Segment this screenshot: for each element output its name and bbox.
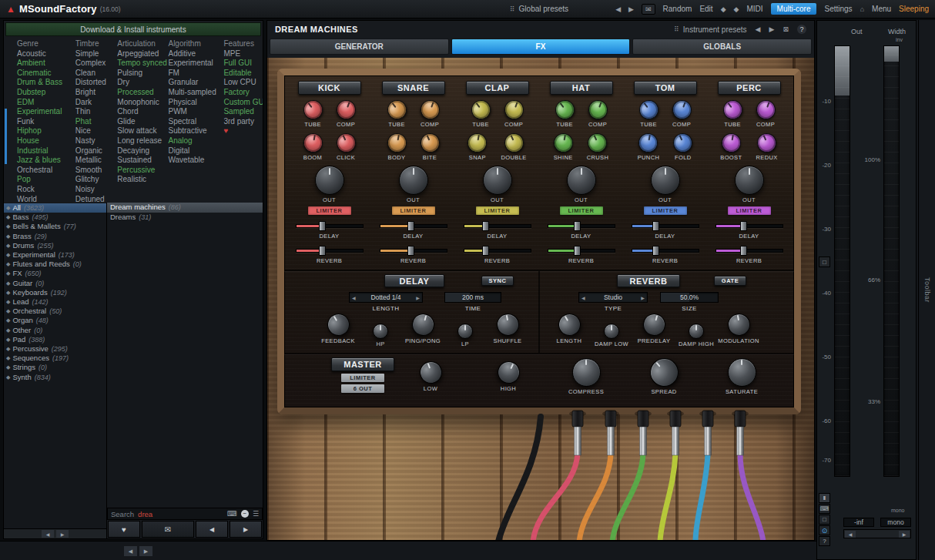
pause-button[interactable]: ‖	[819, 493, 830, 503]
filter-item[interactable]: Slow attack	[117, 126, 168, 136]
meter-settings-button[interactable]: □	[819, 257, 830, 267]
filter-item[interactable]: Wavetable	[168, 156, 223, 166]
filter-item[interactable]: Analog	[168, 136, 223, 146]
delay-title-button[interactable]: DELAY	[384, 274, 444, 287]
filter-item[interactable]: Spectral	[168, 117, 223, 127]
delay-send-slider[interactable]	[715, 221, 783, 231]
channel-title-button[interactable]: SNARE	[382, 81, 445, 95]
filter-item[interactable]: Glitchy	[75, 175, 117, 185]
comp-knob[interactable]	[669, 97, 694, 122]
category-item[interactable]: ◆ Organ (48)	[4, 316, 106, 325]
filter-item[interactable]: Monophonic	[117, 98, 168, 108]
channel-title-button[interactable]: TOM	[634, 81, 697, 95]
submit-preset-button[interactable]: ✉	[142, 521, 194, 538]
channel-title-button[interactable]: PERC	[718, 81, 781, 95]
filter-item[interactable]: Granular	[168, 78, 223, 88]
multicore-button[interactable]: Multi-core	[771, 3, 817, 15]
param1-knob[interactable]	[302, 132, 324, 154]
param2-knob[interactable]	[417, 130, 442, 156]
dropdown-left-icon[interactable]: ◀	[581, 295, 585, 300]
param1-knob[interactable]	[638, 132, 660, 154]
filter-item[interactable]: Industrial	[17, 146, 75, 156]
filter-item[interactable]: Factory	[223, 88, 263, 98]
channel-title-button[interactable]: KICK	[298, 81, 361, 95]
filter-item[interactable]: Decaying	[117, 146, 168, 156]
delay-send-slider[interactable]	[464, 221, 531, 231]
favorite-button[interactable]: ♥	[108, 521, 140, 538]
param2-knob[interactable]	[333, 130, 358, 156]
delay-knob[interactable]	[323, 310, 354, 340]
category-item[interactable]: ◆ Keyboards (192)	[4, 288, 106, 297]
next-preset-button[interactable]: ▶	[230, 521, 262, 538]
reverb-send-slider[interactable]	[632, 246, 699, 256]
category-item[interactable]: ◆ Experimental (173)	[4, 250, 106, 260]
list-view-icon[interactable]: ☰	[253, 510, 259, 518]
reverb-gate-button[interactable]: GATE	[714, 276, 746, 286]
filter-item[interactable]: PWM	[168, 107, 223, 117]
delay-knob[interactable]	[409, 311, 437, 339]
filter-item[interactable]: Rock	[17, 185, 75, 195]
param1-knob[interactable]	[720, 132, 742, 154]
filter-item[interactable]: Glide	[117, 117, 168, 127]
filter-item[interactable]: Detuned	[75, 195, 117, 203]
clear-search-icon[interactable]: −	[241, 510, 249, 518]
filter-item[interactable]: Dry	[117, 78, 168, 88]
tube-knob[interactable]	[383, 96, 410, 123]
edit-button[interactable]: Edit	[699, 5, 712, 13]
search-bar[interactable]: Search drea ⌨ − ☰	[107, 508, 263, 520]
meter-scrollbar[interactable]: ◀ ▶	[843, 529, 911, 538]
display-button[interactable]: □	[819, 515, 830, 525]
filter-item[interactable]: House	[17, 136, 75, 146]
filter-item[interactable]: Realistic	[117, 175, 168, 185]
preset-result-item[interactable]: Dreams (31)	[107, 213, 263, 223]
preset-next-button[interactable]: ▶	[628, 5, 634, 13]
delay-time-field[interactable]: 200 ms	[444, 292, 501, 303]
filter-item[interactable]: Pulsing	[117, 69, 168, 79]
filter-item[interactable]: FM	[168, 69, 223, 79]
category-item[interactable]: ◆ Flutes and Reeds (0)	[4, 260, 106, 269]
delay-sync-button[interactable]: SYNC	[481, 276, 514, 286]
filter-item[interactable]: Funk	[17, 117, 75, 127]
filter-item[interactable]: Sustained	[117, 156, 168, 166]
filter-item[interactable]: Distorted	[75, 78, 117, 88]
out-knob[interactable]	[735, 166, 764, 195]
midi-button[interactable]: MIDI	[746, 5, 762, 13]
download-instruments-button[interactable]: Download & Install instruments	[5, 22, 261, 36]
master-knob[interactable]	[644, 352, 684, 392]
reverb-title-button[interactable]: REVERB	[617, 274, 680, 287]
width-meter-track[interactable]	[883, 45, 900, 477]
filter-item[interactable]: Physical	[168, 98, 223, 108]
reverb-send-slider[interactable]	[548, 246, 615, 256]
param2-knob[interactable]	[501, 130, 526, 156]
scroll-left-icon[interactable]: ◀	[845, 531, 856, 538]
category-item[interactable]: ◆ Lead (142)	[4, 297, 106, 307]
out-knob[interactable]	[651, 166, 680, 195]
filter-item[interactable]: Noisy	[75, 185, 117, 195]
filter-item[interactable]: Jazz & blues	[17, 156, 75, 166]
reverb-send-slider[interactable]	[296, 246, 364, 256]
filter-item[interactable]: Nasty	[75, 136, 117, 146]
tube-knob[interactable]	[467, 96, 494, 123]
filter-item[interactable]: Hiphop	[17, 126, 75, 136]
filter-item[interactable]: Dark	[75, 98, 117, 108]
reverb-knob[interactable]	[604, 324, 619, 339]
filter-item[interactable]: Organic	[75, 146, 117, 156]
limiter-badge[interactable]: LIMITER	[308, 206, 351, 215]
limiter-badge[interactable]: LIMITER	[728, 206, 771, 215]
settings-button[interactable]: Settings	[824, 5, 852, 13]
filter-item[interactable]: Pop	[17, 175, 75, 185]
filter-item[interactable]: Digital	[168, 146, 223, 156]
scroll-left-icon[interactable]: ◀	[42, 530, 54, 538]
scroll-right-icon[interactable]: ▶	[56, 530, 69, 538]
filter-item[interactable]: Drum & Bass	[17, 78, 75, 88]
master-title-button[interactable]: MASTER	[331, 357, 394, 371]
category-item[interactable]: ◆ Strings (0)	[4, 363, 106, 372]
instrument-presets-button[interactable]: ⠿ Instrument presets	[674, 25, 746, 34]
tube-knob[interactable]	[551, 96, 578, 123]
param1-knob[interactable]	[552, 132, 575, 154]
param1-knob[interactable]	[386, 132, 408, 154]
delay-send-slider[interactable]	[296, 221, 364, 231]
comp-knob[interactable]	[753, 97, 778, 122]
reverb-send-slider[interactable]	[715, 246, 783, 256]
filter-item[interactable]: Thin	[75, 107, 117, 117]
